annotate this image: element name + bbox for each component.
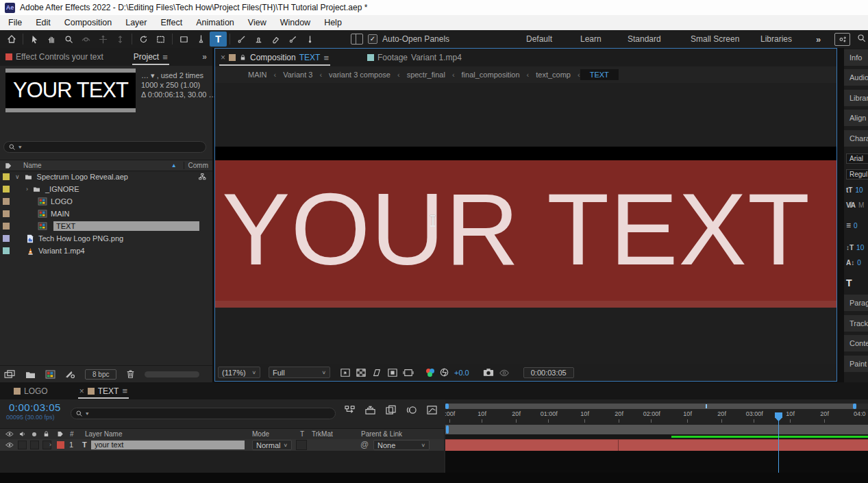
panel-align[interactable]: Align <box>844 110 868 126</box>
column-number[interactable]: # <box>70 430 74 438</box>
font-size-value[interactable]: 10 <box>855 186 863 194</box>
tab-composition-text[interactable]: × Composition TEXT ≡ <box>215 49 334 66</box>
project-row-logo[interactable]: LOGO <box>0 195 212 208</box>
rotation-tool-icon[interactable] <box>135 32 152 47</box>
label-color[interactable] <box>3 210 10 217</box>
label-color[interactable] <box>3 235 10 242</box>
panel-menu-icon[interactable]: ≡ <box>162 52 168 62</box>
collapse-icon[interactable]: ∨ <box>15 173 20 180</box>
item-name-selected[interactable]: TEXT <box>53 221 199 231</box>
tab-timeline-text[interactable]: × TEXT ≡ <box>74 382 133 399</box>
label-column-icon[interactable] <box>56 430 64 438</box>
font-style-dropdown[interactable]: Regul <box>846 169 868 179</box>
resolution-dropdown[interactable]: Full ∨ <box>269 367 330 378</box>
faux-bold-icon[interactable]: T <box>846 278 852 288</box>
panel-menu-icon[interactable]: ≡ <box>323 53 329 63</box>
column-trkmat[interactable]: TrkMat <box>312 430 333 438</box>
column-t[interactable]: T <box>300 430 304 438</box>
layer-row-your-text[interactable]: › 1 T your text Normal ∨ @ None ∨ <box>0 439 444 451</box>
label-color[interactable] <box>3 223 10 230</box>
new-folder-icon[interactable] <box>25 370 36 379</box>
sort-ascending-icon[interactable]: ▲ <box>171 162 177 169</box>
menu-effect[interactable]: Effect <box>153 15 189 30</box>
current-time-indicator-line[interactable] <box>778 420 779 480</box>
menu-composition[interactable]: Composition <box>58 15 119 30</box>
label-color[interactable] <box>3 173 10 180</box>
breadcrumb-variant3-compose[interactable]: variant 3 compose <box>322 71 397 79</box>
bit-depth-button[interactable]: 8 bpc <box>85 369 116 380</box>
project-search-input[interactable]: ▾ <box>3 141 206 153</box>
exposure-icon[interactable] <box>439 367 449 377</box>
parent-dropdown[interactable]: None ∨ <box>373 440 430 450</box>
workspace-settings-icon[interactable] <box>834 33 850 46</box>
project-row-spectrum[interactable]: ∨ Spectrum Logo Reveal.aep <box>0 171 212 183</box>
composition-mini-flowchart-icon[interactable] <box>344 405 356 415</box>
menu-view[interactable]: View <box>241 15 273 30</box>
orbit-camera-tool-icon[interactable] <box>77 32 95 47</box>
tab-footage[interactable]: Footage Variant 1.mp4 <box>362 49 467 66</box>
zoom-tool-icon[interactable] <box>60 32 77 47</box>
expand-icon[interactable]: › <box>26 186 28 193</box>
baseline-shift-value[interactable]: 0 <box>857 259 861 267</box>
viewer-timecode[interactable]: 0:00:03:05 <box>523 367 574 378</box>
layer-name[interactable]: your text <box>91 441 245 449</box>
project-row-mp4[interactable]: Variant 1.mp4 <box>0 245 212 257</box>
pixel-aspect-icon[interactable] <box>403 368 414 377</box>
column-name-label[interactable]: Name <box>23 162 42 169</box>
label-color[interactable] <box>3 186 10 193</box>
navigator-end-handle[interactable] <box>853 404 856 409</box>
motion-blur-icon[interactable] <box>406 405 417 415</box>
project-row-ignore[interactable]: › _IGNORE <box>0 183 212 195</box>
tracking-field[interactable]: ≡ 0 <box>846 221 858 230</box>
panel-menu-icon[interactable]: ≡ <box>122 386 127 396</box>
show-channels-icon[interactable] <box>426 369 434 377</box>
panel-info[interactable]: Info <box>844 49 868 66</box>
tracking-value[interactable]: 0 <box>854 222 858 230</box>
audio-speaker-icon[interactable] <box>18 430 26 438</box>
menu-window[interactable]: Window <box>273 15 317 30</box>
draft-3d-icon[interactable] <box>364 405 376 415</box>
workspace-default[interactable]: Default <box>526 30 552 48</box>
workspace-small-screen[interactable]: Small Screen <box>691 30 739 48</box>
graph-editor-icon[interactable] <box>426 405 438 415</box>
magnification-dropdown[interactable]: (117%) ∨ <box>218 367 260 378</box>
composition-canvas[interactable]: YOUR TEXT <box>215 83 836 365</box>
item-name[interactable]: Spectrum Logo Reveal.aep <box>37 173 128 181</box>
solo-icon[interactable] <box>32 432 36 436</box>
workspace-overflow-icon[interactable]: » <box>816 30 821 48</box>
timeline-search-input[interactable]: ▾ <box>71 408 336 419</box>
tab-project[interactable]: Project ≡ <box>128 48 173 66</box>
clone-stamp-tool-icon[interactable] <box>250 32 267 47</box>
type-tool-icon[interactable]: T <box>210 32 227 47</box>
layer-expand-icon[interactable]: › <box>49 441 51 448</box>
delete-icon[interactable] <box>126 369 135 379</box>
project-row-text-selected[interactable]: TEXT <box>0 220 212 232</box>
menu-edit[interactable]: Edit <box>29 15 58 30</box>
work-area-bar[interactable] <box>445 425 868 434</box>
brush-tool-icon[interactable] <box>233 32 250 47</box>
tab-timeline-logo[interactable]: LOGO <box>8 382 53 399</box>
camera-tool-icon[interactable] <box>152 32 169 47</box>
item-name[interactable]: Variant 1.mp4 <box>38 247 85 255</box>
transparency-grid-icon[interactable] <box>356 368 367 377</box>
search-icon[interactable] <box>856 33 867 43</box>
vertical-scale-value[interactable]: 10 <box>856 244 864 251</box>
interpret-footage-icon[interactable] <box>4 370 16 379</box>
layer-label-color[interactable] <box>57 441 64 449</box>
home-icon[interactable] <box>3 32 20 47</box>
work-area-start-handle[interactable] <box>446 425 449 434</box>
navigator-thumb[interactable] <box>445 404 856 409</box>
tab-effect-controls[interactable]: Effect Controls your text <box>0 48 109 66</box>
video-eye-icon[interactable] <box>5 431 14 437</box>
baseline-shift-field[interactable]: A↕ 0 <box>846 258 861 267</box>
mask-visibility-icon[interactable] <box>371 368 382 377</box>
item-name[interactable]: MAIN <box>51 210 70 218</box>
panel-overflow-icon[interactable]: » <box>197 48 212 66</box>
column-layer-name[interactable]: Layer Name <box>85 430 122 438</box>
panel-icon[interactable] <box>351 34 363 45</box>
grid-guides-icon[interactable] <box>340 368 351 377</box>
column-mode[interactable]: Mode <box>252 430 269 438</box>
breadcrumb-text-current[interactable]: TEXT <box>580 69 619 80</box>
column-parent-link[interactable]: Parent & Link <box>361 430 402 438</box>
panel-tracker[interactable]: Tracke <box>844 315 868 332</box>
